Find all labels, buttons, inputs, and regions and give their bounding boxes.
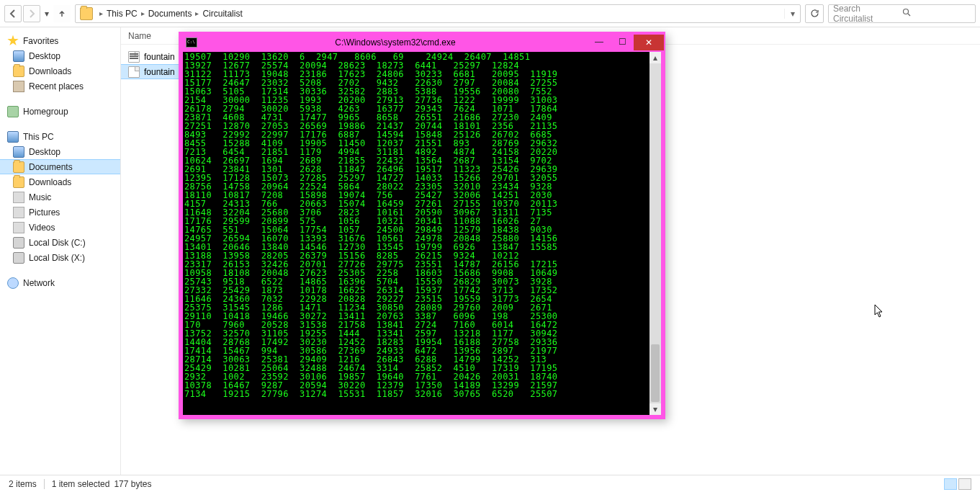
nav-label: This PC xyxy=(23,132,54,142)
network-icon xyxy=(7,277,19,289)
up-button[interactable] xyxy=(53,5,71,22)
nav-downloads[interactable]: Downloads xyxy=(0,63,120,79)
nav-label: Local Disk (X:) xyxy=(29,253,85,263)
star-icon xyxy=(7,35,19,47)
desktop-icon xyxy=(13,146,24,158)
search-placeholder: Search Circuitalist xyxy=(833,4,902,24)
nav-label: Desktop xyxy=(29,51,60,61)
homegroup-icon xyxy=(7,106,19,117)
breadcrumb-segment[interactable]: Circuitalist xyxy=(201,7,243,20)
nav-pictures[interactable]: Pictures xyxy=(0,205,120,220)
nav-drive-c[interactable]: Local Disk (C:) xyxy=(0,235,120,250)
file-name: fountain xyxy=(144,67,175,77)
folder-icon xyxy=(13,161,24,173)
nav-label: Homegroup xyxy=(23,107,68,117)
nav-desktop[interactable]: Desktop xyxy=(0,48,120,63)
music-icon xyxy=(13,192,24,203)
history-dropdown[interactable]: ▾ xyxy=(42,5,52,22)
status-bytes: 177 bytes xyxy=(114,479,151,489)
close-button[interactable]: ✕ xyxy=(634,35,664,50)
cmd-scrollbar[interactable]: ▴ ▾ xyxy=(649,52,661,415)
scroll-up-arrow[interactable]: ▴ xyxy=(649,52,661,63)
svg-point-0 xyxy=(903,9,908,14)
file-name: fountain xyxy=(144,52,175,62)
nav-label: Local Disk (C:) xyxy=(29,238,86,248)
nav-label: Desktop xyxy=(29,147,60,157)
scroll-thumb[interactable] xyxy=(651,344,660,402)
cmd-window[interactable]: C:\Windows\system32\cmd.exe — ☐ ✕ 19507 … xyxy=(179,32,665,419)
breadcrumb-segment[interactable]: This PC xyxy=(105,7,139,20)
nav-documents[interactable]: Documents xyxy=(0,159,120,174)
nav-drive-x[interactable]: Local Disk (X:) xyxy=(0,250,120,265)
homegroup-group[interactable]: Homegroup xyxy=(0,104,120,119)
nav-label: Recent places xyxy=(29,81,84,91)
status-items: 2 items xyxy=(9,479,37,489)
videos-icon xyxy=(13,222,24,233)
chevron-right-icon[interactable]: ▸ xyxy=(195,9,199,17)
navigation-pane[interactable]: Favorites Desktop Downloads Recent place… xyxy=(0,27,121,475)
cmd-title: C:\Windows\system32\cmd.exe xyxy=(203,37,588,48)
mouse-cursor xyxy=(874,304,884,318)
desktop-icon xyxy=(13,50,24,62)
folder-icon xyxy=(13,66,24,77)
pc-icon xyxy=(7,131,19,143)
minimize-button[interactable]: — xyxy=(588,35,611,49)
network-group[interactable]: Network xyxy=(0,275,120,290)
favorites-group[interactable]: Favorites xyxy=(0,33,120,48)
nav-label: Favorites xyxy=(23,36,58,46)
recent-icon xyxy=(13,81,24,92)
column-header-label: Name xyxy=(128,31,151,41)
search-box[interactable]: Search Circuitalist xyxy=(828,4,976,23)
breadcrumb-segment[interactable]: Documents xyxy=(147,7,194,20)
drive-icon xyxy=(13,252,24,264)
nav-label: Network xyxy=(23,278,55,288)
pictures-icon xyxy=(13,207,24,218)
chevron-right-icon[interactable]: ▸ xyxy=(99,9,103,17)
nav-label: Documents xyxy=(29,162,73,172)
view-details-button[interactable] xyxy=(944,478,957,490)
folder-icon xyxy=(13,176,24,188)
nav-recent[interactable]: Recent places xyxy=(0,79,120,94)
search-icon xyxy=(902,8,971,19)
back-button[interactable] xyxy=(4,5,22,22)
nav-label: Downloads xyxy=(29,66,71,76)
thispc-group[interactable]: This PC xyxy=(0,129,120,144)
cmd-titlebar[interactable]: C:\Windows\system32\cmd.exe — ☐ ✕ xyxy=(180,33,664,52)
address-toolbar: ▾ ▸ This PC ▸ Documents ▸ Circuitalist ▾… xyxy=(0,0,980,27)
status-selected: 1 item selected xyxy=(52,479,110,489)
view-icons-button[interactable] xyxy=(958,478,971,490)
text-file-icon xyxy=(128,66,140,78)
nav-videos[interactable]: Videos xyxy=(0,220,120,235)
nav-label: Pictures xyxy=(29,207,60,218)
cmd-output: 19507 10290 13620 6 2947 8606 69 24924 2… xyxy=(183,52,649,415)
address-bar[interactable]: ▸ This PC ▸ Documents ▸ Circuitalist ▾ xyxy=(75,4,801,23)
folder-icon xyxy=(80,7,93,20)
drive-icon xyxy=(13,237,24,249)
maximize-button[interactable]: ☐ xyxy=(611,35,634,49)
nav-label: Music xyxy=(29,192,51,202)
forward-button[interactable] xyxy=(23,5,40,22)
scroll-down-arrow[interactable]: ▾ xyxy=(649,403,661,415)
nav-downloads-pc[interactable]: Downloads xyxy=(0,174,120,189)
nav-music[interactable]: Music xyxy=(0,189,120,205)
nav-label: Videos xyxy=(29,223,55,233)
chevron-right-icon[interactable]: ▸ xyxy=(141,9,145,17)
refresh-button[interactable] xyxy=(805,4,824,23)
nav-label: Downloads xyxy=(29,177,71,187)
batch-file-icon xyxy=(128,51,140,63)
nav-desktop-pc[interactable]: Desktop xyxy=(0,144,120,159)
cmd-icon xyxy=(186,37,197,48)
address-dropdown[interactable]: ▾ xyxy=(784,9,800,19)
status-bar: 2 items 1 item selected 177 bytes xyxy=(0,475,980,492)
